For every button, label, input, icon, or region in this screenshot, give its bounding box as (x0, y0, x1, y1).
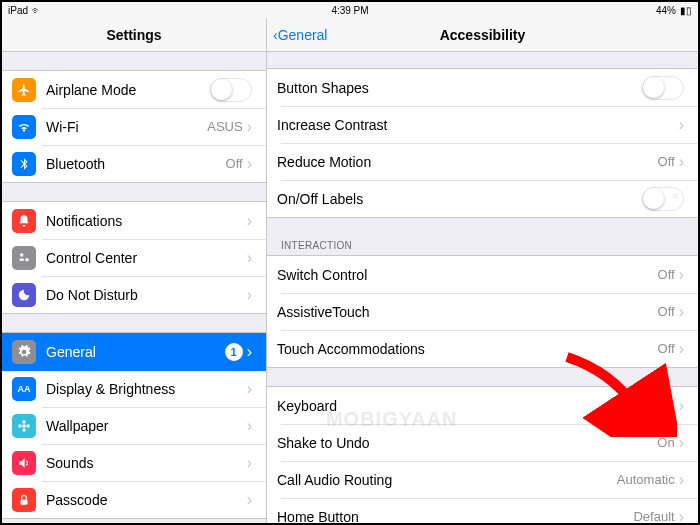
sidebar-row-control-center[interactable]: Control Center› (2, 239, 266, 276)
detail-title: Accessibility (440, 27, 526, 43)
sidebar-row-airplane-mode[interactable]: Airplane Mode (2, 71, 266, 108)
row-label: Shake to Undo (277, 435, 657, 451)
lock-icon (12, 488, 36, 512)
row-value: Off (658, 267, 675, 282)
svg-point-2 (25, 258, 29, 262)
wifi-icon (12, 115, 36, 139)
detail-row-reduce-motion[interactable]: Reduce MotionOff› (267, 143, 698, 180)
chevron-right-icon: › (679, 116, 684, 134)
detail-row-call-audio-routing[interactable]: Call Audio RoutingAutomatic› (267, 461, 698, 498)
sidebar-row-bluetooth[interactable]: BluetoothOff› (2, 145, 266, 182)
sidebar-row-wi-fi[interactable]: Wi-FiASUS› (2, 108, 266, 145)
detail-row-keyboard[interactable]: Keyboard› (267, 387, 698, 424)
toggle[interactable] (642, 76, 684, 100)
row-label: Home Button (277, 509, 633, 524)
svg-point-0 (20, 253, 24, 257)
svg-point-3 (22, 424, 26, 428)
toggle[interactable] (210, 78, 252, 102)
flower-icon (12, 414, 36, 438)
list: Button ShapesIncrease Contrast›Reduce Mo… (267, 68, 698, 218)
row-label: Reduce Motion (277, 154, 658, 170)
row-value: Automatic (617, 472, 675, 487)
row-label: Sounds (46, 455, 247, 471)
chevron-right-icon: › (679, 508, 684, 524)
sidebar-row-notifications[interactable]: Notifications› (2, 202, 266, 239)
bluetooth-icon (12, 152, 36, 176)
chevron-right-icon: › (247, 286, 252, 304)
row-label: Do Not Disturb (46, 287, 247, 303)
sidebar-row-do-not-disturb[interactable]: Do Not Disturb› (2, 276, 266, 313)
chevron-right-icon: › (247, 454, 252, 472)
row-label: Display & Brightness (46, 381, 247, 397)
list: Notifications›Control Center›Do Not Dist… (2, 201, 266, 314)
battery-pct: 44% (656, 5, 676, 16)
chevron-right-icon: › (247, 249, 252, 267)
svg-point-4 (22, 420, 26, 424)
row-label: Increase Contrast (277, 117, 679, 133)
chevron-right-icon: › (679, 340, 684, 358)
svg-point-5 (22, 428, 26, 432)
chevron-right-icon: › (679, 266, 684, 284)
chevron-right-icon: › (247, 343, 252, 361)
detail-row-on-off-labels[interactable]: On/Off Labels (267, 180, 698, 217)
row-label: Bluetooth (46, 156, 226, 172)
chevron-right-icon: › (679, 471, 684, 489)
sidebar-row-wallpaper[interactable]: Wallpaper› (2, 407, 266, 444)
badge: 1 (225, 343, 243, 361)
detail-row-switch-control[interactable]: Switch ControlOff› (267, 256, 698, 293)
sidebar-row-passcode[interactable]: Passcode› (2, 481, 266, 518)
detail-row-button-shapes[interactable]: Button Shapes (267, 69, 698, 106)
detail-row-shake-to-undo[interactable]: Shake to UndoOn› (267, 424, 698, 461)
chevron-right-icon: › (247, 417, 252, 435)
row-label: General (46, 344, 225, 360)
list: Keyboard›Shake to UndoOn›Call Audio Rout… (267, 386, 698, 523)
row-value: ASUS (207, 119, 242, 134)
sidebar-row-sounds[interactable]: Sounds› (2, 444, 266, 481)
chevron-right-icon: › (679, 397, 684, 415)
control-icon (12, 246, 36, 270)
row-value: Default (633, 509, 674, 523)
sound-icon (12, 451, 36, 475)
detail-row-increase-contrast[interactable]: Increase Contrast› (267, 106, 698, 143)
detail-row-home-button[interactable]: Home ButtonDefault› (267, 498, 698, 523)
gear-icon (12, 340, 36, 364)
row-value: Off (658, 304, 675, 319)
detail-row-touch-accommodations[interactable]: Touch AccommodationsOff› (267, 330, 698, 367)
list: Switch ControlOff›AssistiveTouchOff›Touc… (267, 255, 698, 368)
row-label: Button Shapes (277, 80, 642, 96)
svg-point-7 (26, 424, 30, 428)
row-label: Call Audio Routing (277, 472, 617, 488)
svg-rect-8 (21, 499, 28, 504)
AA-icon: AA (12, 377, 36, 401)
device-label: iPad (8, 5, 28, 16)
row-label: Notifications (46, 213, 247, 229)
detail-row-assistivetouch[interactable]: AssistiveTouchOff› (267, 293, 698, 330)
chevron-right-icon: › (247, 118, 252, 136)
airplane-icon (12, 78, 36, 102)
chevron-right-icon: › (247, 491, 252, 509)
list: General1›AADisplay & Brightness›Wallpape… (2, 332, 266, 519)
list: Airplane ModeWi-FiASUS›BluetoothOff› (2, 70, 266, 183)
chevron-right-icon: › (679, 303, 684, 321)
row-value: Off (658, 341, 675, 356)
row-label: Touch Accommodations (277, 341, 658, 357)
status-bar: iPad ᯤ 4:39 PM 44% ▮▯ (2, 2, 698, 18)
row-label: Keyboard (277, 398, 679, 414)
battery-icon: ▮▯ (680, 5, 692, 16)
chevron-right-icon: › (247, 380, 252, 398)
back-button[interactable]: ‹ General (273, 27, 327, 43)
chevron-right-icon: › (679, 153, 684, 171)
row-value: Off (658, 154, 675, 169)
chevron-right-icon: › (679, 434, 684, 452)
back-label: General (278, 27, 328, 43)
wifi-icon: ᯤ (32, 5, 42, 16)
detail-header: ‹ General Accessibility (267, 18, 698, 52)
row-label: Switch Control (277, 267, 658, 283)
toggle[interactable] (642, 187, 684, 211)
sidebar-row-display-brightness[interactable]: AADisplay & Brightness› (2, 370, 266, 407)
row-label: AssistiveTouch (277, 304, 658, 320)
sidebar-row-general[interactable]: General1› (2, 333, 266, 370)
row-label: On/Off Labels (277, 191, 642, 207)
moon-icon (12, 283, 36, 307)
row-label: Wallpaper (46, 418, 247, 434)
